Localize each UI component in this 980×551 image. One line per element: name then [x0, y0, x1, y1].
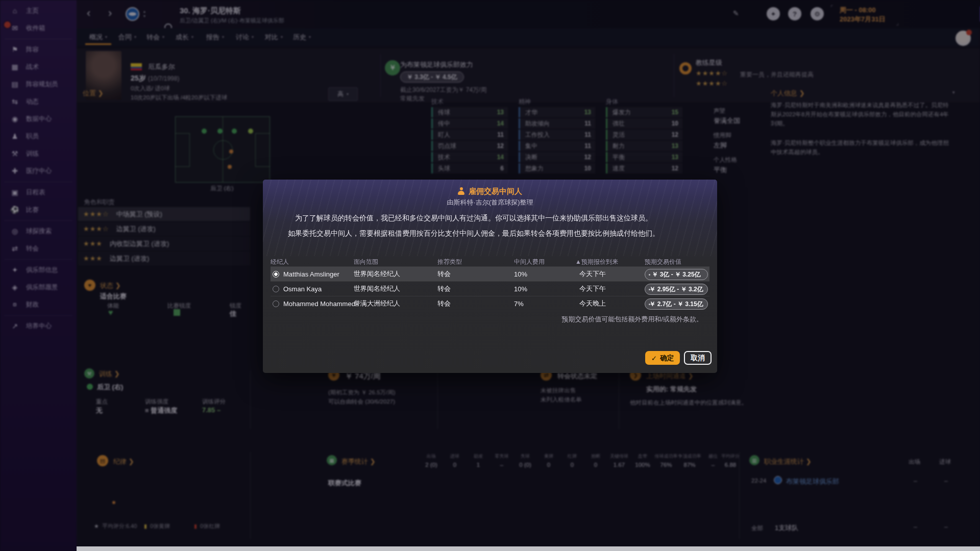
radio-selected[interactable]: [273, 267, 279, 281]
agent-fee: 7%: [514, 296, 524, 311]
bottom-scrollbar[interactable]: [77, 546, 980, 551]
col-header-type[interactable]: 推荐类型: [437, 258, 462, 266]
col-header-agent[interactable]: 经纪人: [271, 258, 289, 266]
expected-value-pill[interactable]: ￥ 2.95亿 - ￥ 3.2亿: [645, 284, 708, 295]
hire-intermediary-dialog: 雇佣交易中间人 由斯科特·吉尔(首席球探)整理 为了了解球员的转会价值，我已经和…: [263, 180, 717, 373]
col-header-expected-value[interactable]: 预期交易价值: [645, 258, 681, 266]
confirm-label: 确定: [660, 354, 674, 363]
radio-unselected[interactable]: [273, 282, 279, 296]
agent-name: Osman Kaya: [283, 282, 322, 296]
agent-offer-arrival: 今天下午: [579, 282, 606, 296]
col-header-scope[interactable]: 面向范围: [354, 258, 378, 266]
intermediary-row[interactable]: Mohammed Mohammed 誉满大洲经纪人 转会 7% 今天晚上 ￥ 2…: [271, 296, 709, 311]
dialog-title: 雇佣交易中间人: [263, 187, 717, 196]
dialog-subtitle: 由斯科特·吉尔(首席球探)整理: [263, 198, 717, 207]
dialog-body-line1: 为了了解球员的转会价值，我已经和多位交易中间人有过沟通。你可以选择其中一位来协助…: [263, 214, 684, 223]
fm-screen: ⌂主页 ✉收件箱 ⚑阵容 ▦战术 ▤阵容规划员 ⇆动态 ◉数据中心 ♟职员 ⚒训…: [0, 0, 980, 551]
agent-type: 转会: [437, 282, 451, 296]
agent-scope: 世界闻名经纪人: [354, 282, 400, 296]
agent-fee: 10%: [514, 282, 527, 296]
col-header-fee[interactable]: 中间人费用: [514, 258, 545, 266]
agent-name: Matthias Amslinger: [283, 267, 339, 281]
agent-fee: 10%: [514, 267, 527, 281]
radio-unselected[interactable]: [273, 296, 279, 311]
agent-type: 转会: [437, 296, 451, 311]
cancel-button[interactable]: 取消: [684, 351, 712, 365]
confirm-button[interactable]: ✓ 确定: [645, 351, 680, 365]
agent-type: 转会: [437, 267, 451, 281]
check-icon: ✓: [651, 354, 657, 362]
dialog-body-line2: 如果委托交易中间人，需要根据租借费用按百分比支付中间人佣金，最后如果转会各项费用…: [263, 229, 684, 238]
agent-scope: 世界闻名经纪人: [354, 267, 400, 281]
col-header-offer-arrival[interactable]: ▲预期报价到来: [575, 258, 618, 266]
agent-offer-arrival: 今天下午: [579, 267, 606, 281]
intermediary-row[interactable]: Matthias Amslinger 世界闻名经纪人 转会 10% 今天下午 ￥…: [271, 267, 709, 281]
sort-asc-icon: ▲: [575, 258, 581, 265]
intermediary-person-icon: [458, 187, 464, 195]
agent-scope: 誉满大洲经纪人: [354, 296, 400, 311]
intermediary-row[interactable]: Osman Kaya 世界闻名经纪人 转会 10% 今天下午 ￥ 2.95亿 -…: [271, 282, 709, 296]
agent-name: Mohammed Mohammed: [283, 296, 355, 311]
expected-value-pill[interactable]: ￥ 3亿 - ￥ 3.25亿: [645, 269, 708, 280]
expected-value-note: 预期交易价值可能包括额外费用和/或额外条款。: [561, 315, 703, 324]
expected-value-pill[interactable]: ￥ 2.7亿 - ￥ 3.15亿: [645, 298, 708, 310]
agent-offer-arrival: 今天晚上: [579, 296, 606, 311]
